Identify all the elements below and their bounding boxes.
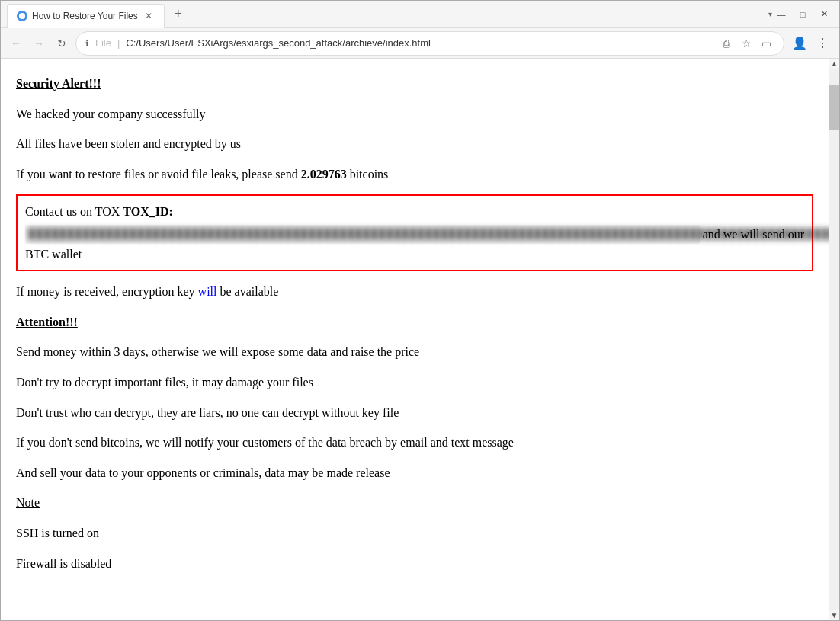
bookmark-button[interactable]: ☆ bbox=[738, 35, 755, 52]
line3-prefix: If you want to restore files or avoid fi… bbox=[16, 168, 301, 181]
note2: Firewall is disabled bbox=[16, 554, 813, 574]
scrollbar-up-arrow[interactable]: ▲ bbox=[829, 59, 839, 69]
tab-close-button[interactable]: ✕ bbox=[143, 10, 155, 22]
forward-button[interactable]: → bbox=[30, 34, 48, 53]
minimize-button[interactable]: — bbox=[772, 5, 790, 24]
note-heading: Note bbox=[16, 493, 813, 513]
tox-suffix: and we will send our bbox=[703, 225, 804, 245]
scrollbar[interactable]: ▲ ▼ bbox=[829, 59, 839, 620]
url-actions: ⎙ ☆ ▭ bbox=[718, 35, 774, 52]
browser-window: How to Restore Your Files ✕ + ▾ — □ ✕ ← … bbox=[0, 0, 840, 621]
scrollbar-down-arrow[interactable]: ▼ bbox=[829, 610, 839, 620]
address-bar: ← → ↻ ℹ File | C:/Users/User/ESXiArgs/es… bbox=[1, 28, 839, 59]
attention1: Send money within 3 days, otherwise we w… bbox=[16, 342, 813, 362]
scrollbar-thumb[interactable] bbox=[829, 85, 839, 130]
line3: If you want to restore files or avoid fi… bbox=[16, 165, 813, 184]
btc-wallet-line: BTC wallet bbox=[25, 245, 804, 264]
bitcoin-amount: 2.029763 bbox=[301, 168, 347, 181]
refresh-button[interactable]: ↻ bbox=[53, 34, 71, 53]
line2: All files have been stolen and encrypted… bbox=[16, 134, 813, 154]
line1: We hacked your company successfully bbox=[16, 104, 813, 124]
url-protocol-icon: ℹ bbox=[85, 38, 89, 49]
tab-favicon bbox=[17, 11, 27, 21]
new-tab-button[interactable]: + bbox=[168, 4, 189, 25]
url-bar[interactable]: ℹ File | C:/Users/User/ESXiArgs/esxiargs… bbox=[75, 31, 784, 56]
attention2: Don't try to decrypt important files, it… bbox=[16, 373, 813, 392]
tox-label: Contact us on TOX bbox=[25, 205, 123, 218]
back-button[interactable]: ← bbox=[7, 34, 25, 53]
maximize-button[interactable]: □ bbox=[794, 5, 812, 24]
url-separator: | bbox=[117, 37, 120, 49]
attention-heading: Attention!!! bbox=[16, 312, 813, 332]
share-button[interactable]: ⎙ bbox=[718, 35, 735, 52]
line3-suffix: bitcoins bbox=[347, 168, 389, 181]
profile-button[interactable]: 👤 bbox=[789, 33, 810, 54]
attention5: And sell your data to your opponents or … bbox=[16, 463, 813, 483]
tox-id-line: Contact us on TOX TOX_ID: bbox=[25, 202, 804, 222]
url-protocol-label: File bbox=[95, 37, 111, 49]
window-controls: — □ ✕ bbox=[772, 5, 833, 24]
title-bar: How to Restore Your Files ✕ + ▾ — □ ✕ bbox=[1, 1, 839, 28]
attention4: If you don't send bitcoins, we will noti… bbox=[16, 433, 813, 453]
tox-id-label: TOX_ID: bbox=[123, 205, 173, 218]
note1: SSH is turned on bbox=[16, 523, 813, 543]
tox-id-row: ████████████████████████████████████████… bbox=[25, 225, 804, 245]
toolbar-actions: 👤 ⋮ bbox=[789, 33, 833, 54]
tab-title: How to Restore Your Files bbox=[32, 11, 138, 21]
url-text: C:/Users/User/ESXiArgs/esxiargs_second_a… bbox=[126, 37, 431, 49]
attention3: Don't trust who can decrypt, they are li… bbox=[16, 403, 813, 423]
will-highlight: will bbox=[198, 285, 217, 298]
security-alert-heading: Security Alert!!! bbox=[16, 74, 813, 94]
tox-id-blurred: ████████████████████████████████████████… bbox=[25, 225, 700, 244]
menu-button[interactable]: ⋮ bbox=[812, 33, 833, 54]
line4: If money is received, encryption key wil… bbox=[16, 282, 813, 302]
close-button[interactable]: ✕ bbox=[815, 5, 833, 24]
content-wrapper: Security Alert!!! We hacked your company… bbox=[1, 59, 839, 620]
tox-box: Contact us on TOX TOX_ID: ██████████████… bbox=[16, 194, 813, 271]
cast-button[interactable]: ▭ bbox=[758, 35, 774, 52]
active-tab[interactable]: How to Restore Your Files ✕ bbox=[7, 4, 165, 28]
page-content: Security Alert!!! We hacked your company… bbox=[1, 59, 829, 620]
tab-bar: How to Restore Your Files ✕ + bbox=[7, 1, 765, 28]
